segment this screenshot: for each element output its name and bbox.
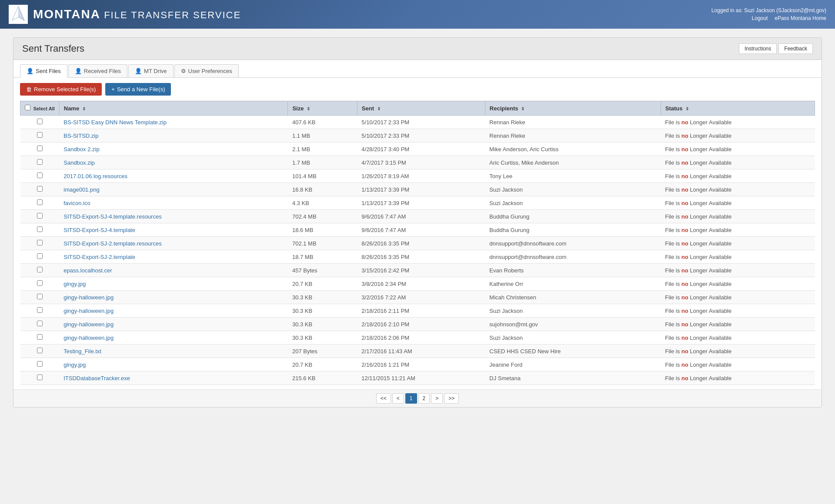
file-link-0[interactable]: BS-SITSD Easy DNN News Template.zip [63, 119, 167, 126]
file-link-12[interactable]: gingy.jpg [63, 281, 86, 287]
row-checkbox-5[interactable] [37, 186, 43, 192]
file-link-11[interactable]: epass.localhost.cer [63, 267, 112, 274]
row-status: File is no Longer Available [661, 196, 815, 210]
pagination-next[interactable]: > [431, 393, 443, 404]
row-recipients: Katherine Orr [485, 277, 661, 291]
col-name[interactable]: Name ⇕ [59, 101, 288, 116]
row-name: gingy.jpg [59, 358, 288, 371]
row-checkbox-8[interactable] [37, 226, 43, 232]
row-checkbox-15[interactable] [37, 321, 43, 326]
header-user-info: Logged in as: Suzi Jackson (SJackson2@mt… [711, 7, 826, 21]
send-files-button[interactable]: + Send a New File(s) [105, 83, 171, 96]
pagination-prev[interactable]: < [392, 393, 404, 404]
status-no-text: no [681, 361, 688, 368]
file-link-18[interactable]: gingy.jpg [63, 361, 86, 368]
row-name: Sandbox.zip [59, 156, 288, 169]
row-status: File is no Longer Available [661, 129, 815, 143]
file-link-4[interactable]: 2017.01.06.log.resources [63, 173, 127, 179]
feedback-button[interactable]: Feedback [778, 43, 813, 54]
logout-link[interactable]: Logout [752, 15, 768, 21]
file-link-8[interactable]: SITSD-Export-SJ-4.template [63, 227, 135, 233]
col-status[interactable]: Status ⇕ [661, 101, 815, 116]
row-sent: 1/13/2017 3:39 PM [357, 196, 485, 210]
epass-link[interactable]: ePass Montana Home [775, 15, 826, 21]
tab-icon-received-files: 👤 [75, 68, 82, 74]
file-link-17[interactable]: Testing_File.txt [63, 348, 101, 355]
remove-files-button[interactable]: 🗑 Remove Selected File(s) [20, 83, 102, 96]
col-size[interactable]: Size ⇕ [288, 101, 357, 116]
row-checkbox-16[interactable] [37, 334, 43, 340]
row-recipients: Suzi Jackson [485, 196, 661, 210]
row-checkbox-1[interactable] [37, 132, 43, 138]
sort-size-icon: ⇕ [307, 106, 310, 111]
status-no-text: no [681, 321, 688, 328]
file-link-7[interactable]: SITSD-Export-SJ-4.template.resources [63, 213, 161, 220]
col-recipients[interactable]: Recipients ⇕ [485, 101, 661, 116]
row-checkbox-13[interactable] [37, 294, 43, 299]
row-checkbox-cell [20, 250, 60, 264]
site-header: MONTANA FILE TRANSFER SERVICE Logged in … [0, 0, 835, 29]
file-link-5[interactable]: image001.png [63, 186, 99, 193]
row-checkbox-cell [20, 318, 60, 331]
sort-sent-icon: ⇕ [377, 106, 381, 111]
file-link-2[interactable]: Sandbox 2.zip [63, 146, 99, 153]
file-link-3[interactable]: Sandbox.zip [63, 159, 95, 166]
tab-label-sent-files: Sent Files [36, 68, 61, 74]
row-status: File is no Longer Available [661, 183, 815, 196]
tab-received-files[interactable]: 👤Received Files [68, 64, 127, 77]
pagination-last[interactable]: >> [444, 393, 459, 404]
row-checkbox-12[interactable] [37, 280, 43, 286]
row-recipients: Tony Lee [485, 169, 661, 183]
tab-user-preferences[interactable]: ⚙User Preferences [174, 64, 239, 77]
file-link-19[interactable]: ITSDDatabaseTracker.exe [63, 375, 130, 381]
row-name: gingy-halloween.jpg [59, 304, 288, 318]
pagination-first[interactable]: << [376, 393, 391, 404]
file-link-14[interactable]: gingy-halloween.jpg [63, 308, 114, 314]
col-sent[interactable]: Sent ⇕ [357, 101, 485, 116]
file-link-1[interactable]: BS-SITSD.zip [63, 133, 98, 139]
row-checkbox-18[interactable] [37, 361, 43, 367]
row-size: 30.3 KB [288, 304, 357, 318]
row-checkbox-7[interactable] [37, 213, 43, 219]
row-checkbox-2[interactable] [37, 146, 43, 151]
row-checkbox-3[interactable] [37, 159, 43, 165]
file-link-10[interactable]: SITSD-Export-SJ-2.template [63, 254, 135, 260]
row-checkbox-14[interactable] [37, 307, 43, 313]
row-sent: 1/26/2017 8:19 AM [357, 169, 485, 183]
instructions-button[interactable]: Instructions [739, 43, 777, 54]
pagination-page-2[interactable]: 2 [418, 393, 430, 404]
tab-bar: 👤Sent Files👤Received Files👤MT Drive⚙User… [13, 60, 822, 78]
row-name: gingy-halloween.jpg [59, 291, 288, 304]
row-recipients: Suzi Jackson [485, 331, 661, 345]
file-link-9[interactable]: SITSD-Export-SJ-2.template.resources [63, 240, 161, 247]
tab-sent-files[interactable]: 👤Sent Files [20, 64, 67, 78]
file-link-15[interactable]: gingy-halloween.jpg [63, 321, 114, 328]
row-checkbox-cell [20, 264, 60, 277]
select-all-checkbox[interactable] [25, 105, 30, 110]
tab-label-received-files: Received Files [84, 68, 121, 74]
file-link-13[interactable]: gingy-halloween.jpg [63, 294, 114, 301]
pagination-page-1[interactable]: 1 [405, 393, 417, 404]
row-size: 1.1 MB [288, 129, 357, 143]
row-checkbox-17[interactable] [37, 348, 43, 353]
row-size: 16.8 KB [288, 183, 357, 196]
row-checkbox-0[interactable] [37, 119, 43, 124]
table-row: Sandbox.zip 1.7 MB 4/7/2017 3:15 PM Aric… [20, 156, 815, 169]
row-recipients: DJ Smetana [485, 371, 661, 385]
row-checkbox-19[interactable] [37, 375, 43, 380]
row-checkbox-6[interactable] [37, 199, 43, 205]
row-checkbox-10[interactable] [37, 253, 43, 259]
row-checkbox-cell [20, 237, 60, 250]
row-size: 457 Bytes [288, 264, 357, 277]
row-checkbox-11[interactable] [37, 267, 43, 272]
file-link-6[interactable]: favicon.ico [63, 200, 90, 206]
row-checkbox-4[interactable] [37, 172, 43, 178]
tab-mt-drive[interactable]: 👤MT Drive [128, 64, 173, 77]
file-link-16[interactable]: gingy-halloween.jpg [63, 335, 114, 341]
row-sent: 5/10/2017 2:33 PM [357, 116, 485, 129]
row-size: 30.3 KB [288, 331, 357, 345]
row-recipients: dnnsupport@dnnsoftware.com [485, 237, 661, 250]
row-checkbox-9[interactable] [37, 240, 43, 245]
status-no-text: no [681, 375, 688, 381]
row-status: File is no Longer Available [661, 331, 815, 345]
